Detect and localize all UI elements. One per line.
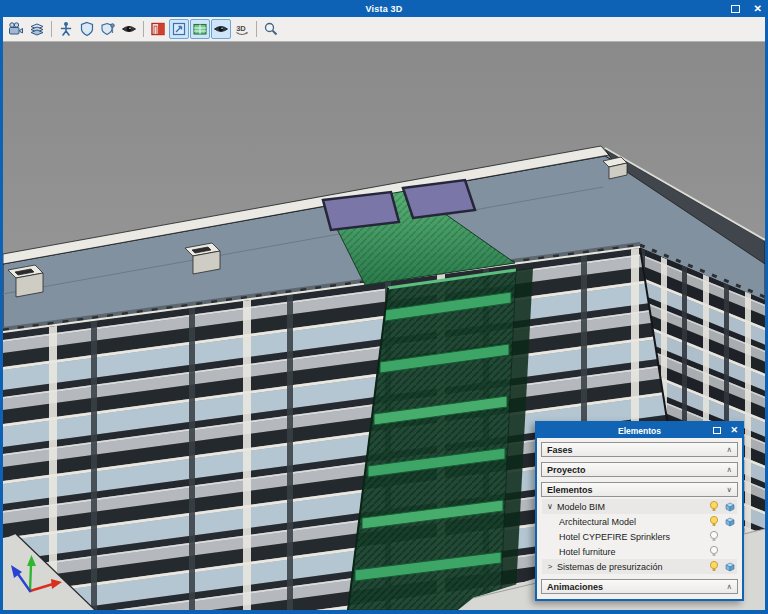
person-icon: [58, 21, 74, 37]
title-bar[interactable]: Vista 3D ✕: [0, 0, 768, 17]
tree-row-hotel-cypefire-sprinklers[interactable]: Hotel CYPEFIRE Sprinklers: [542, 529, 737, 544]
elements-tree: ∨ Modelo BIM Architectural Model: [542, 499, 737, 574]
selection-window-button[interactable]: [169, 19, 189, 39]
camera-button[interactable]: [6, 19, 26, 39]
shield-pin-icon: [100, 21, 116, 37]
elementos-panel: Elementos ✕ Fases ∧ Proyecto ∧ Elementos…: [535, 421, 744, 601]
bulb-off-icon[interactable]: [707, 545, 721, 558]
section-proyecto[interactable]: Proyecto ∧: [541, 462, 738, 477]
layers-icon: [29, 21, 45, 37]
magnifier-icon: [263, 21, 279, 37]
walkthrough-button[interactable]: [56, 19, 76, 39]
bulb-on-icon[interactable]: [707, 515, 721, 528]
rotate-3d-button[interactable]: 3D: [232, 19, 252, 39]
viewport-3d[interactable]: Elementos ✕ Fases ∧ Proyecto ∧ Elementos…: [3, 42, 765, 610]
bulb-on-icon[interactable]: [707, 560, 721, 573]
expander-icon[interactable]: >: [545, 562, 555, 571]
shield-button[interactable]: [77, 19, 97, 39]
chevron-up-icon: ∧: [727, 582, 733, 591]
section-fases[interactable]: Fases ∧: [541, 442, 738, 457]
eye-icon: [121, 21, 137, 37]
panel-maximize-button[interactable]: [713, 427, 721, 434]
tree-row-architectural-model[interactable]: Architectural Model: [542, 514, 737, 529]
cube-icon[interactable]: [723, 501, 737, 513]
maximize-button[interactable]: [731, 5, 740, 13]
camera-icon: [8, 21, 24, 37]
vista-3d-window: Vista 3D ✕: [0, 0, 768, 614]
rotate-3d-icon: 3D: [234, 21, 250, 37]
layers-button[interactable]: [27, 19, 47, 39]
visibility-eye-button[interactable]: [211, 19, 231, 39]
visibility-eye-icon: [213, 21, 229, 37]
shield-icon: [79, 21, 95, 37]
elementos-panel-title: Elementos: [618, 426, 661, 436]
bulb-on-icon[interactable]: [707, 500, 721, 513]
toolbar: 3D: [3, 17, 765, 42]
tree-row-sistemas-de-presurizacion[interactable]: > Sistemas de presurización: [542, 559, 737, 574]
cube-icon[interactable]: [723, 561, 737, 573]
toolbar-separator: [51, 21, 52, 37]
tree-row-modelo-bim[interactable]: ∨ Modelo BIM: [542, 499, 737, 514]
toolbar-separator: [256, 21, 257, 37]
panel-close-button[interactable]: ✕: [730, 426, 738, 435]
bulb-off-icon[interactable]: [707, 530, 721, 543]
tree-row-hotel-furniture[interactable]: Hotel furniture: [542, 544, 737, 559]
close-button[interactable]: ✕: [754, 4, 762, 14]
render-grid-button[interactable]: [190, 19, 210, 39]
section-box-icon: [150, 21, 166, 37]
cube-icon[interactable]: [723, 516, 737, 528]
svg-text:3D: 3D: [236, 24, 246, 33]
section-elementos[interactable]: Elementos ∨: [541, 482, 738, 497]
shield-pin-button[interactable]: [98, 19, 118, 39]
toolbar-separator: [143, 21, 144, 37]
eye-button[interactable]: [119, 19, 139, 39]
chevron-up-icon: ∧: [727, 465, 733, 474]
selection-window-icon: [171, 21, 187, 37]
expander-icon[interactable]: ∨: [545, 502, 555, 511]
skylight: [403, 180, 475, 218]
window-title: Vista 3D: [366, 4, 403, 14]
elementos-panel-titlebar[interactable]: Elementos ✕: [537, 423, 742, 438]
skylight: [323, 192, 399, 230]
chevron-up-icon: ∧: [727, 445, 733, 454]
render-grid-icon: [192, 21, 208, 37]
section-animaciones[interactable]: Animaciones ∧: [541, 579, 738, 594]
section-box-button[interactable]: [148, 19, 168, 39]
chevron-down-icon: ∨: [727, 485, 733, 494]
zoom-button[interactable]: [261, 19, 281, 39]
